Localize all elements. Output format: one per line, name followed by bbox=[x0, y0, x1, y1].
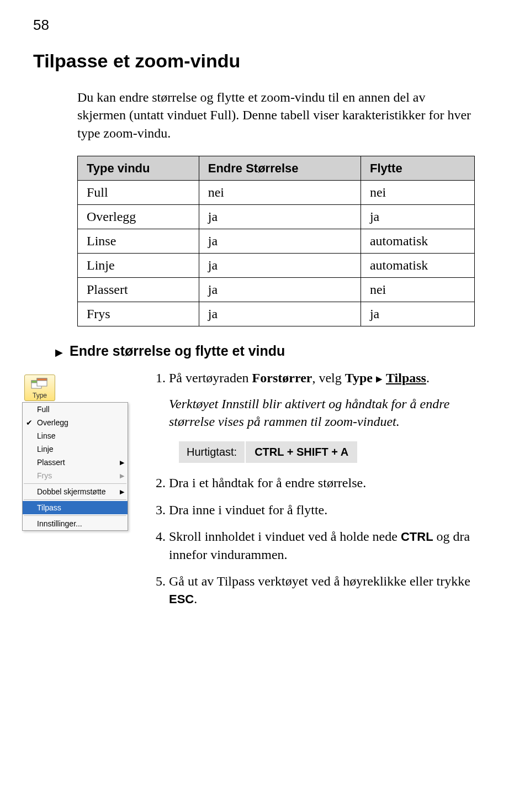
step-5: Gå ut av Tilpass verktøyet ved å høyrekl… bbox=[169, 572, 497, 608]
step-1-note: Verktøyet Innstill blir aktivert og hånd… bbox=[169, 395, 486, 431]
triangle-right-icon: ▶ bbox=[376, 375, 383, 384]
svg-rect-3 bbox=[37, 378, 47, 381]
type-toolbar-button[interactable]: Type bbox=[24, 375, 55, 401]
section-heading: Tilpasse et zoom-vindu bbox=[33, 50, 497, 72]
chevron-right-icon: ▶ bbox=[120, 471, 124, 481]
th-move: Flytte bbox=[361, 156, 474, 181]
table-header-row: Type vindu Endre Størrelse Flytte bbox=[78, 156, 475, 181]
th-resize: Endre Størrelse bbox=[199, 156, 361, 181]
step-4: Skroll innholdet i vinduet ved å holde n… bbox=[169, 528, 497, 563]
menu-item-linje[interactable]: Linje bbox=[23, 442, 128, 456]
table-row: Linje ja automatisk bbox=[78, 254, 475, 278]
table-row: Full nei nei bbox=[78, 181, 475, 205]
menu-item-overlegg[interactable]: ✔Overlegg bbox=[23, 416, 128, 429]
table-row: Overlegg ja ja bbox=[78, 205, 475, 229]
type-dropdown-menu: Full ✔Overlegg Linse Linje Plassert▶ Fry… bbox=[22, 402, 128, 531]
th-type: Type vindu bbox=[78, 156, 199, 181]
instruction-list: På vertøyraden Forstørrer, velg Type ▶ T… bbox=[149, 369, 497, 608]
menu-separator bbox=[24, 499, 126, 500]
hotkey-box: Hurtigtast: CTRL + SHIFT + A bbox=[179, 441, 357, 463]
menu-item-frys[interactable]: Frys▶ bbox=[23, 469, 128, 482]
zoom-characteristics-table: Type vindu Endre Størrelse Flytte Full n… bbox=[77, 156, 475, 326]
menu-item-tilpass[interactable]: Tilpass bbox=[23, 501, 128, 514]
step-2: Dra i et håndtak for å endre størrelse. bbox=[169, 474, 497, 492]
table-row: Linse ja automatisk bbox=[78, 229, 475, 254]
table-row: Plassert ja nei bbox=[78, 278, 475, 302]
hotkey-value: CTRL + SHIFT + A bbox=[246, 441, 357, 463]
step-3: Dra inne i vinduet for å flytte. bbox=[169, 501, 497, 519]
page-number: 58 bbox=[33, 17, 497, 34]
menu-separator bbox=[24, 483, 126, 484]
check-icon: ✔ bbox=[26, 418, 33, 428]
subsection-heading: Endre størrelse og flytte et vindu bbox=[70, 343, 285, 359]
menu-item-innstillinger[interactable]: Innstillinger... bbox=[23, 517, 128, 530]
subsection-header: ▶ Endre størrelse og flytte et vindu bbox=[55, 343, 497, 369]
menu-item-linse[interactable]: Linse bbox=[23, 429, 128, 442]
menu-item-dobbel-skjermstotte[interactable]: Dobbel skjermstøtte▶ bbox=[23, 485, 128, 498]
type-button-label: Type bbox=[33, 392, 47, 399]
menu-separator bbox=[24, 515, 126, 516]
hotkey-label: Hurtigtast: bbox=[179, 441, 245, 463]
intro-paragraph: Du kan endre størrelse og flytte et zoom… bbox=[77, 88, 475, 142]
windows-icon bbox=[30, 377, 49, 391]
menu-item-full[interactable]: Full bbox=[23, 403, 128, 416]
triangle-right-icon: ▶ bbox=[55, 346, 63, 358]
table-row: Frys ja ja bbox=[78, 302, 475, 326]
menu-item-plassert[interactable]: Plassert▶ bbox=[23, 456, 128, 469]
chevron-right-icon: ▶ bbox=[120, 457, 124, 467]
step-1: På vertøyraden Forstørrer, velg Type ▶ T… bbox=[169, 369, 497, 465]
chevron-right-icon: ▶ bbox=[120, 487, 124, 497]
page: 58 Tilpasse et zoom-vindu Du kan endre s… bbox=[0, 0, 530, 639]
dropdown-screenshot: Type Full ✔Overlegg Linse Linje Plassert… bbox=[22, 375, 132, 531]
